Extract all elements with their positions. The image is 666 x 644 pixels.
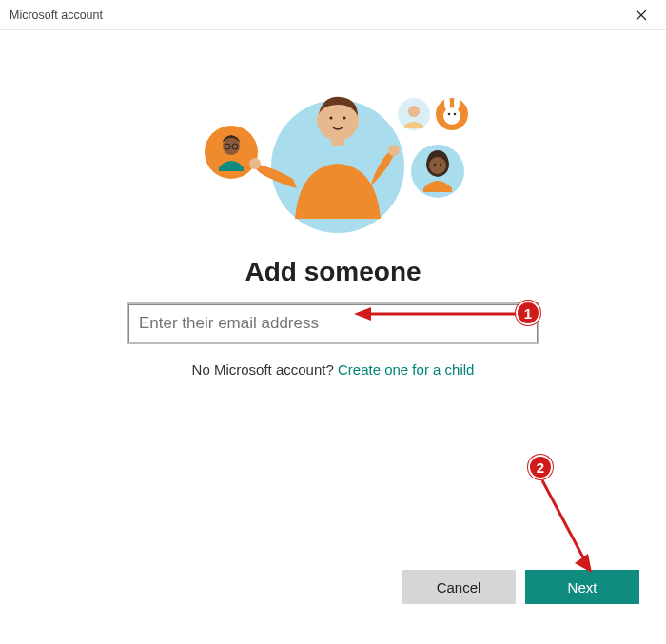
svg-point-18 xyxy=(454,113,457,116)
email-input[interactable] xyxy=(128,304,538,342)
svg-point-23 xyxy=(440,164,441,166)
svg-point-10 xyxy=(343,116,345,119)
annotation-arrow-2 xyxy=(533,476,609,580)
svg-point-21 xyxy=(429,157,446,174)
svg-point-1 xyxy=(223,138,240,155)
svg-line-26 xyxy=(542,480,585,561)
annotation-badge-2: 2 xyxy=(528,455,553,479)
page-title: Add someone xyxy=(245,257,421,287)
annotation-badge-1: 1 xyxy=(516,301,540,325)
next-button[interactable]: Next xyxy=(525,570,639,604)
svg-point-16 xyxy=(443,107,460,125)
create-child-link[interactable]: Create one for a child xyxy=(338,361,474,378)
window-title: Microsoft account xyxy=(10,9,103,22)
cancel-button[interactable]: Cancel xyxy=(402,570,516,604)
no-account-line: No Microsoft account? Create one for a c… xyxy=(192,361,475,378)
svg-point-17 xyxy=(448,113,451,116)
close-icon xyxy=(636,10,647,21)
dialog-footer: Cancel Next xyxy=(402,570,639,604)
titlebar: Microsoft account xyxy=(0,0,666,30)
svg-point-22 xyxy=(434,164,436,166)
svg-point-9 xyxy=(329,116,332,119)
close-button[interactable] xyxy=(628,4,655,27)
svg-point-6 xyxy=(388,145,400,156)
family-illustration xyxy=(181,76,485,247)
dialog-content: Add someone No Microsoft account? Create… xyxy=(0,30,666,378)
no-account-text: No Microsoft account? xyxy=(192,361,338,378)
svg-point-12 xyxy=(408,106,420,117)
svg-point-5 xyxy=(249,158,261,169)
